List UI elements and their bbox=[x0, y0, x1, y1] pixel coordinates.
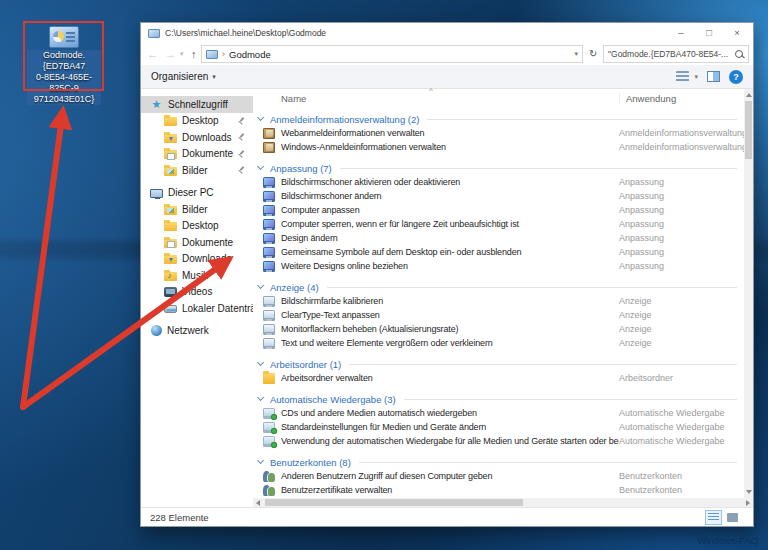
list-item[interactable]: Arbeitsordner verwalten Arbeitsordner bbox=[253, 371, 744, 385]
list-item[interactable]: Bildschirmschoner aktivieren oder deakti… bbox=[253, 175, 744, 189]
help-button[interactable]: ? bbox=[729, 70, 743, 84]
user-accounts-icon bbox=[263, 471, 275, 482]
forward-icon[interactable]: → bbox=[165, 43, 176, 65]
list-item[interactable]: Gemeinsame Symbole auf dem Desktop ein- … bbox=[253, 245, 744, 259]
scroll-right-icon[interactable] bbox=[746, 500, 750, 506]
group-divider bbox=[327, 287, 737, 288]
documents-folder-icon bbox=[164, 239, 177, 248]
sidebar-item-musik[interactable]: Musik bbox=[141, 267, 253, 284]
details-view-button[interactable] bbox=[705, 510, 722, 525]
column-header-name[interactable]: Name bbox=[253, 93, 619, 104]
list-item[interactable]: Monitorflackern beheben (Aktualisierungs… bbox=[253, 322, 744, 336]
personalization-icon bbox=[263, 205, 275, 216]
item-app: Anpassung bbox=[619, 189, 744, 203]
sidebar-item-bilder-pinned[interactable]: Bilder bbox=[141, 162, 253, 179]
list-item[interactable]: Benutzerzertifikate verwalten Benutzerko… bbox=[253, 483, 744, 497]
user-accounts-icon bbox=[263, 485, 275, 496]
desktop-folder-icon bbox=[164, 117, 177, 126]
sidebar-item-label: Bilder bbox=[182, 165, 208, 176]
sidebar-item-dieser-pc[interactable]: Dieser PC bbox=[141, 185, 253, 202]
close-button[interactable]: × bbox=[723, 23, 751, 43]
sidebar-item-desktop[interactable]: Desktop bbox=[141, 218, 253, 235]
breadcrumb-folder-icon bbox=[206, 50, 218, 59]
title-bar[interactable]: C:\Users\michael.heine\Desktop\Godmode –… bbox=[141, 23, 753, 43]
vertical-scrollbar[interactable] bbox=[744, 89, 753, 498]
list-item[interactable]: ClearType-Text anpassen Anzeige bbox=[253, 308, 744, 322]
sidebar-item-dokumente[interactable]: Dokumente bbox=[141, 234, 253, 251]
change-view-button[interactable] bbox=[676, 71, 689, 82]
search-input[interactable] bbox=[608, 49, 735, 59]
sidebar-item-videos[interactable]: Videos bbox=[141, 284, 253, 301]
maximize-button[interactable]: □ bbox=[695, 23, 723, 43]
minimize-button[interactable]: – bbox=[667, 23, 695, 43]
item-name: Bildschirmschoner ändern bbox=[281, 189, 619, 203]
sidebar-item-label: Dokumente bbox=[182, 237, 233, 248]
item-name: Bildschirmfarbe kalibrieren bbox=[281, 294, 619, 308]
search-box[interactable] bbox=[603, 45, 749, 63]
sidebar-item-dokumente-pinned[interactable]: Dokumente bbox=[141, 146, 253, 163]
list-item[interactable]: Windows-Anmeldeinformationen verwalten A… bbox=[253, 140, 744, 154]
sidebar-item-bilder[interactable]: Bilder bbox=[141, 201, 253, 218]
vertical-scrollbar-thumb[interactable] bbox=[745, 101, 752, 159]
refresh-icon[interactable]: ↻ bbox=[589, 43, 597, 65]
horizontal-scrollbar-thumb[interactable] bbox=[265, 499, 523, 506]
column-header-anwendung[interactable]: Anwendung bbox=[619, 93, 744, 104]
icons-view-button[interactable] bbox=[724, 510, 741, 525]
list-item[interactable]: CDs und andere Medien automatisch wieder… bbox=[253, 406, 744, 420]
list-item[interactable]: Bildschirmschoner ändern Anpassung bbox=[253, 189, 744, 203]
pin-icon bbox=[237, 117, 246, 126]
organize-button[interactable]: Organisieren bbox=[151, 71, 208, 82]
search-icon bbox=[735, 50, 744, 59]
group-header[interactable]: Anmeldeinformationsverwaltung (2) bbox=[253, 112, 744, 126]
recent-pages-chevron-icon[interactable]: ▾ bbox=[180, 43, 184, 65]
sidebar-item-label: Musik bbox=[182, 270, 208, 281]
address-input[interactable]: › Godmode ▾ bbox=[201, 45, 583, 63]
list-item[interactable]: Anderen Benutzern Zugriff auf diesen Com… bbox=[253, 469, 744, 483]
address-dropdown-icon[interactable]: ▾ bbox=[574, 50, 578, 58]
sidebar-item-lokaler-datentraeger[interactable]: Lokaler Datenträger bbox=[141, 300, 253, 317]
sidebar-item-schnellzugriff[interactable]: ★ Schnellzugriff bbox=[141, 96, 253, 113]
chevron-down-icon bbox=[257, 359, 264, 366]
list-item[interactable]: Computer sperren, wenn er für längere Ze… bbox=[253, 217, 744, 231]
sidebar-item-label: Videos bbox=[182, 286, 212, 297]
scroll-left-icon[interactable] bbox=[256, 500, 260, 506]
group-header[interactable]: Automatische Wiedergabe (3) bbox=[253, 392, 744, 406]
group-header[interactable]: Arbeitsordner (1) bbox=[253, 357, 744, 371]
list-item[interactable]: Standardeinstellungen für Medien und Ger… bbox=[253, 420, 744, 434]
list-item[interactable]: Bildschirmfarbe kalibrieren Anzeige bbox=[253, 294, 744, 308]
list-item[interactable]: Design ändern Anpassung bbox=[253, 231, 744, 245]
scroll-down-icon[interactable] bbox=[746, 490, 752, 494]
group-header[interactable]: Anpassung (7) bbox=[253, 161, 744, 175]
pictures-folder-icon bbox=[164, 167, 177, 176]
window-title: C:\Users\michael.heine\Desktop\Godmode bbox=[165, 28, 326, 38]
breadcrumb[interactable]: Godmode bbox=[229, 49, 271, 60]
sidebar-item-desktop-pinned[interactable]: Desktop bbox=[141, 113, 253, 130]
list-item[interactable]: Webanmeldeinformationen verwalten Anmeld… bbox=[253, 126, 744, 140]
list-item[interactable]: Computer anpassen Anpassung bbox=[253, 203, 744, 217]
group-divider bbox=[404, 399, 737, 400]
preview-pane-button[interactable] bbox=[707, 71, 720, 82]
personalization-icon bbox=[263, 233, 275, 244]
item-app: Anpassung bbox=[619, 203, 744, 217]
sidebar-item-netzwerk[interactable]: Netzwerk bbox=[141, 323, 253, 340]
up-icon[interactable]: ↑ bbox=[191, 43, 197, 65]
group-header[interactable]: Benutzerkonten (8) bbox=[253, 455, 744, 469]
item-name: Windows-Anmeldeinformationen verwalten bbox=[281, 140, 619, 154]
item-app: Anpassung bbox=[619, 259, 744, 273]
sidebar-item-downloads-pinned[interactable]: Downloads bbox=[141, 129, 253, 146]
group-title: Anpassung (7) bbox=[270, 163, 332, 174]
back-icon[interactable]: ← bbox=[147, 43, 158, 65]
item-app: Automatische Wiedergabe bbox=[619, 406, 744, 420]
group-title: Arbeitsordner (1) bbox=[270, 359, 341, 370]
group-header[interactable]: Anzeige (4) bbox=[253, 280, 744, 294]
item-name: ClearType-Text anpassen bbox=[281, 308, 619, 322]
sidebar-item-downloads[interactable]: Downloads bbox=[141, 251, 253, 268]
scroll-up-icon[interactable] bbox=[746, 93, 752, 97]
list-item[interactable]: Verwendung der automatischen Wiedergabe … bbox=[253, 434, 744, 448]
list-item[interactable]: Text und weitere Elemente vergrößern ode… bbox=[253, 336, 744, 350]
pin-icon bbox=[237, 166, 246, 175]
view-dropdown-icon[interactable]: ▾ bbox=[694, 73, 698, 81]
item-name: Arbeitsordner verwalten bbox=[281, 371, 619, 385]
horizontal-scrollbar[interactable] bbox=[253, 498, 753, 507]
list-item[interactable]: Weitere Designs online beziehen Anpassun… bbox=[253, 259, 744, 273]
